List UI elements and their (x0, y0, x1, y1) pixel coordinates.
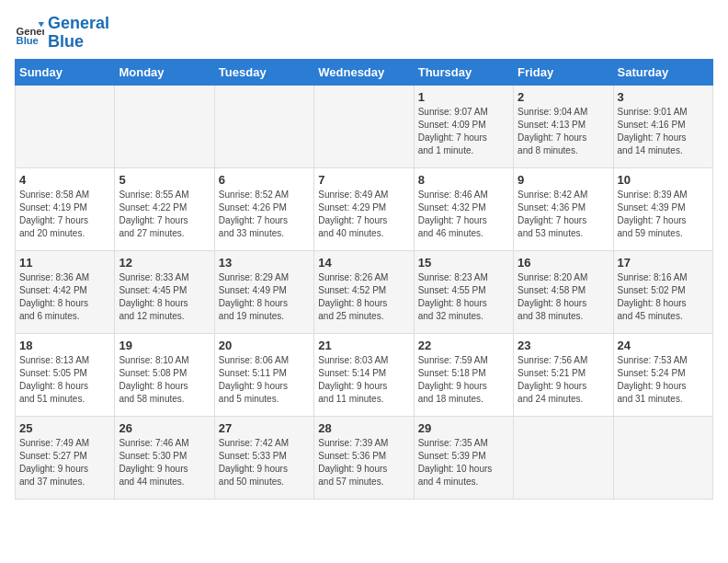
calendar-cell: 19Sunrise: 8:10 AM Sunset: 5:08 PM Dayli… (115, 333, 214, 416)
calendar-week-row: 1Sunrise: 9:07 AM Sunset: 4:09 PM Daylig… (16, 85, 713, 167)
day-info: Sunrise: 8:03 AM Sunset: 5:14 PM Dayligh… (318, 354, 409, 406)
calendar-cell: 7Sunrise: 8:49 AM Sunset: 4:29 PM Daylig… (314, 167, 414, 250)
day-info: Sunrise: 8:39 AM Sunset: 4:39 PM Dayligh… (618, 189, 709, 240)
day-number: 2 (518, 90, 609, 104)
day-number: 14 (318, 256, 409, 270)
calendar-cell: 15Sunrise: 8:23 AM Sunset: 4:55 PM Dayli… (414, 250, 513, 333)
day-info: Sunrise: 8:58 AM Sunset: 4:19 PM Dayligh… (19, 189, 110, 240)
day-number: 19 (119, 339, 210, 352)
day-number: 10 (618, 173, 709, 187)
calendar-week-row: 11Sunrise: 8:36 AM Sunset: 4:42 PM Dayli… (16, 250, 713, 333)
calendar-cell: 27Sunrise: 7:42 AM Sunset: 5:33 PM Dayli… (214, 416, 313, 499)
calendar-cell: 5Sunrise: 8:55 AM Sunset: 4:22 PM Daylig… (115, 167, 214, 250)
day-number: 12 (119, 256, 210, 270)
day-info: Sunrise: 9:04 AM Sunset: 4:13 PM Dayligh… (518, 106, 609, 157)
calendar-cell: 18Sunrise: 8:13 AM Sunset: 5:05 PM Dayli… (16, 333, 115, 416)
day-info: Sunrise: 9:07 AM Sunset: 4:09 PM Dayligh… (418, 106, 509, 157)
calendar-cell: 28Sunrise: 7:39 AM Sunset: 5:36 PM Dayli… (314, 416, 414, 499)
calendar-cell: 26Sunrise: 7:46 AM Sunset: 5:30 PM Dayli… (115, 416, 214, 499)
calendar-cell: 23Sunrise: 7:56 AM Sunset: 5:21 PM Dayli… (514, 333, 613, 416)
calendar-cell (514, 416, 613, 499)
calendar-cell: 29Sunrise: 7:35 AM Sunset: 5:39 PM Dayli… (414, 416, 513, 499)
day-number: 24 (618, 339, 709, 352)
day-number: 20 (219, 339, 310, 352)
day-number: 28 (318, 421, 409, 435)
calendar-cell: 14Sunrise: 8:26 AM Sunset: 4:52 PM Dayli… (314, 250, 414, 333)
day-info: Sunrise: 8:42 AM Sunset: 4:36 PM Dayligh… (518, 189, 609, 240)
weekday-header: Friday (514, 59, 613, 85)
day-info: Sunrise: 8:13 AM Sunset: 5:05 PM Dayligh… (19, 354, 110, 406)
day-info: Sunrise: 8:16 AM Sunset: 5:02 PM Dayligh… (618, 271, 709, 323)
day-number: 13 (219, 256, 310, 270)
calendar-cell (613, 416, 712, 499)
day-info: Sunrise: 7:59 AM Sunset: 5:18 PM Dayligh… (418, 354, 509, 406)
day-number: 4 (19, 173, 110, 187)
calendar-cell: 20Sunrise: 8:06 AM Sunset: 5:11 PM Dayli… (214, 333, 313, 416)
calendar-cell: 6Sunrise: 8:52 AM Sunset: 4:26 PM Daylig… (214, 167, 313, 250)
calendar-header-row: SundayMondayTuesdayWednesdayThursdayFrid… (16, 59, 713, 85)
day-info: Sunrise: 8:10 AM Sunset: 5:08 PM Dayligh… (119, 354, 210, 406)
day-info: Sunrise: 7:39 AM Sunset: 5:36 PM Dayligh… (318, 437, 409, 488)
day-number: 23 (518, 339, 609, 352)
calendar-cell: 8Sunrise: 8:46 AM Sunset: 4:32 PM Daylig… (414, 167, 513, 250)
day-info: Sunrise: 7:42 AM Sunset: 5:33 PM Dayligh… (219, 437, 310, 488)
calendar-cell: 22Sunrise: 7:59 AM Sunset: 5:18 PM Dayli… (414, 333, 513, 416)
logo: General Blue GeneralBlue (15, 15, 109, 52)
calendar-cell (314, 85, 414, 167)
day-number: 9 (518, 173, 609, 187)
day-number: 5 (119, 173, 210, 187)
day-info: Sunrise: 8:29 AM Sunset: 4:49 PM Dayligh… (219, 271, 310, 323)
day-number: 1 (418, 90, 509, 104)
day-number: 22 (418, 339, 509, 352)
calendar-cell: 10Sunrise: 8:39 AM Sunset: 4:39 PM Dayli… (613, 167, 712, 250)
day-number: 21 (318, 339, 409, 352)
calendar-cell: 4Sunrise: 8:58 AM Sunset: 4:19 PM Daylig… (16, 167, 115, 250)
day-info: Sunrise: 7:56 AM Sunset: 5:21 PM Dayligh… (518, 354, 609, 406)
day-info: Sunrise: 7:53 AM Sunset: 5:24 PM Dayligh… (618, 354, 709, 406)
logo-text: GeneralBlue (48, 15, 109, 52)
day-number: 27 (219, 421, 310, 435)
calendar-cell: 1Sunrise: 9:07 AM Sunset: 4:09 PM Daylig… (414, 85, 513, 167)
calendar-cell: 13Sunrise: 8:29 AM Sunset: 4:49 PM Dayli… (214, 250, 313, 333)
calendar-cell: 21Sunrise: 8:03 AM Sunset: 5:14 PM Dayli… (314, 333, 414, 416)
day-number: 29 (418, 421, 509, 435)
day-info: Sunrise: 8:55 AM Sunset: 4:22 PM Dayligh… (119, 189, 210, 240)
logo-icon: General Blue (15, 18, 44, 48)
calendar-cell: 16Sunrise: 8:20 AM Sunset: 4:58 PM Dayli… (514, 250, 613, 333)
calendar-cell: 3Sunrise: 9:01 AM Sunset: 4:16 PM Daylig… (613, 85, 712, 167)
calendar-week-row: 25Sunrise: 7:49 AM Sunset: 5:27 PM Dayli… (16, 416, 713, 499)
day-info: Sunrise: 7:35 AM Sunset: 5:39 PM Dayligh… (418, 437, 509, 488)
calendar-cell (115, 85, 214, 167)
calendar-cell: 17Sunrise: 8:16 AM Sunset: 5:02 PM Dayli… (613, 250, 712, 333)
page-header: General Blue GeneralBlue (15, 15, 713, 52)
day-info: Sunrise: 8:26 AM Sunset: 4:52 PM Dayligh… (318, 271, 409, 323)
day-number: 15 (418, 256, 509, 270)
calendar-cell: 2Sunrise: 9:04 AM Sunset: 4:13 PM Daylig… (514, 85, 613, 167)
weekday-header: Wednesday (314, 59, 414, 85)
day-number: 17 (618, 256, 709, 270)
svg-text:Blue: Blue (17, 35, 39, 46)
calendar-week-row: 4Sunrise: 8:58 AM Sunset: 4:19 PM Daylig… (16, 167, 713, 250)
weekday-header: Sunday (16, 59, 115, 85)
weekday-header: Thursday (414, 59, 513, 85)
day-info: Sunrise: 8:36 AM Sunset: 4:42 PM Dayligh… (19, 271, 110, 323)
calendar-table: SundayMondayTuesdayWednesdayThursdayFrid… (15, 59, 713, 500)
calendar-cell (214, 85, 313, 167)
day-info: Sunrise: 9:01 AM Sunset: 4:16 PM Dayligh… (618, 106, 709, 157)
calendar-cell: 11Sunrise: 8:36 AM Sunset: 4:42 PM Dayli… (16, 250, 115, 333)
calendar-cell: 12Sunrise: 8:33 AM Sunset: 4:45 PM Dayli… (115, 250, 214, 333)
day-info: Sunrise: 8:52 AM Sunset: 4:26 PM Dayligh… (219, 189, 310, 240)
day-number: 3 (618, 90, 709, 104)
calendar-cell: 24Sunrise: 7:53 AM Sunset: 5:24 PM Dayli… (613, 333, 712, 416)
day-number: 7 (318, 173, 409, 187)
weekday-header: Tuesday (214, 59, 313, 85)
day-info: Sunrise: 8:20 AM Sunset: 4:58 PM Dayligh… (518, 271, 609, 323)
day-info: Sunrise: 7:49 AM Sunset: 5:27 PM Dayligh… (19, 437, 110, 488)
calendar-cell (16, 85, 115, 167)
day-number: 18 (19, 339, 110, 352)
calendar-cell: 25Sunrise: 7:49 AM Sunset: 5:27 PM Dayli… (16, 416, 115, 499)
calendar-cell: 9Sunrise: 8:42 AM Sunset: 4:36 PM Daylig… (514, 167, 613, 250)
day-number: 25 (19, 421, 110, 435)
day-number: 11 (19, 256, 110, 270)
weekday-header: Monday (115, 59, 214, 85)
